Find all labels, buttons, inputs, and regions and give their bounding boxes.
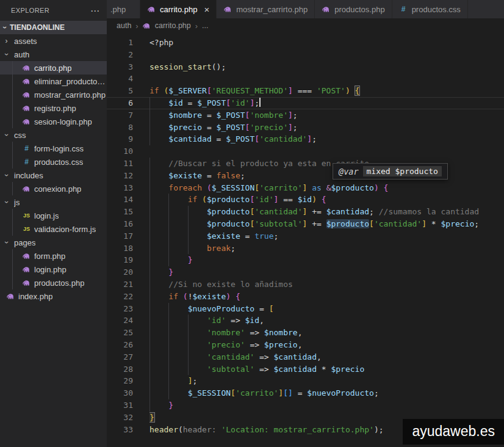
line-number: 26 <box>107 339 149 351</box>
sidebar-item-mostrar-carrirto-php[interactable]: mostrar_carrirto.php <box>0 88 107 101</box>
line-number: 32 <box>107 412 149 424</box>
file-label: index.php <box>18 292 52 301</box>
sidebar-item-productos-css[interactable]: #productos.css <box>0 155 107 169</box>
code-line-20[interactable]: 20 } <box>107 266 504 278</box>
code-line-18[interactable]: 18 break; <box>107 242 504 255</box>
sidebar-item-js[interactable]: ›js <box>0 195 107 209</box>
sidebar-item-form-login-css[interactable]: #form-login.css <box>0 142 107 155</box>
code-token: 'Location: mostrar_carrirto.php' <box>221 425 373 434</box>
code-token <box>350 86 355 95</box>
sidebar-item-validacion-form-js[interactable]: JSvalidacion-form.js <box>0 222 107 236</box>
code-line-29[interactable]: 29 ]; <box>107 375 504 387</box>
line-content <box>149 49 504 61</box>
tab-carrito-php[interactable]: carrito.php× <box>140 0 217 18</box>
sidebar-item-pages[interactable]: ›pages <box>0 236 107 249</box>
tab-productos-css[interactable]: #productos.css <box>392 0 468 18</box>
code-line-28[interactable]: 28 'subtotal' => $cantidad * $precio <box>107 363 504 376</box>
sidebar-item-index-php[interactable]: index.php <box>0 289 107 303</box>
line-number: 5 <box>107 85 149 97</box>
close-icon[interactable]: × <box>204 4 209 15</box>
more-actions-icon[interactable]: ⋯ <box>89 6 101 15</box>
code-token: { <box>322 195 326 204</box>
code-token: 'cantidad' <box>259 134 307 144</box>
sidebar-item-assets[interactable]: ›assets <box>0 34 107 48</box>
code-token <box>322 183 326 192</box>
breadcrumb-label: ... <box>202 21 208 30</box>
sidebar-item-auth[interactable]: ›auth <box>0 48 107 61</box>
code-token <box>197 195 202 204</box>
line-number: 33 <box>107 424 149 436</box>
code-line-27[interactable]: 27 'cantidad' => $cantidad, <box>107 351 504 363</box>
tab-mostrar-carrirto-php[interactable]: mostrar_carrirto.php <box>217 0 315 18</box>
file-label: productos.php <box>34 278 84 288</box>
text-cursor <box>259 98 261 107</box>
code-line-15[interactable]: 15 $producto['cantidad'] += $cantidad; /… <box>107 206 504 218</box>
code-line-31[interactable]: 31 } <box>107 399 504 412</box>
code-token: ; <box>254 98 259 107</box>
code-line-26[interactable]: 26 'precio' => $precio, <box>107 339 504 351</box>
indent-guide <box>149 303 150 315</box>
indent-guide <box>188 218 189 230</box>
code-line-23[interactable]: 23 $nuevoProducto = [ <box>107 303 504 315</box>
sidebar-item-conexion-php[interactable]: conexion.php <box>0 182 107 195</box>
code-token: ; <box>312 134 317 144</box>
line-number: 30 <box>107 387 149 399</box>
indent-guide <box>149 97 150 109</box>
indent-guide <box>149 194 150 206</box>
code-token: 'POST' <box>317 86 345 95</box>
code-line-10[interactable]: 10 <box>107 145 504 158</box>
code-token: ] <box>422 219 427 228</box>
sidebar-item-css[interactable]: ›css <box>0 128 107 142</box>
code-line-7[interactable]: 7 $nombre = $_POST['nombre']; <box>107 109 504 122</box>
tab-php[interactable]: .php <box>107 0 140 18</box>
sidebar-item-productos-php[interactable]: productos.php <box>0 276 107 289</box>
code-line-22[interactable]: 22 if (!$existe) { <box>107 291 504 303</box>
code-line-30[interactable]: 30 $_SESSION['carrito'][] = $nuevoProduc… <box>107 387 504 399</box>
code-line-16[interactable]: 16 $producto['subtotal'] += $producto['c… <box>107 218 504 230</box>
code-line-3[interactable]: 3session_start(); <box>107 61 504 73</box>
code-line-17[interactable]: 17 $existe = true; <box>107 230 504 242</box>
breadcrumb-item-carrito-php[interactable]: carrito.php <box>143 21 191 31</box>
code-line-5[interactable]: 5if ($_SERVER['REQUEST_METHOD'] === 'POS… <box>107 85 504 97</box>
sidebar-item-eliminar-producto-p[interactable]: eliminar_producto.p... <box>0 74 107 88</box>
code-line-13[interactable]: 13 foreach ($_SESSION['carrito'] as &$pr… <box>107 182 504 194</box>
indent-guide <box>149 278 150 291</box>
code-line-21[interactable]: 21 //Si no existe lo añadimos <box>107 278 504 291</box>
explorer-header: EXPLORER ⋯ <box>0 0 107 21</box>
code-token: = <box>254 304 268 313</box>
code-line-19[interactable]: 19 } <box>107 254 504 266</box>
indent-guide <box>149 133 150 145</box>
code-token: => <box>259 352 269 362</box>
indent-guide <box>149 314 150 327</box>
tab-productos-php[interactable]: productos.php <box>315 0 392 18</box>
sidebar-item-includes[interactable]: ›includes <box>0 169 107 182</box>
code-line-1[interactable]: 1<?php <box>107 37 504 49</box>
code-line-25[interactable]: 25 'nombre' => $nombre, <box>107 327 504 339</box>
sidebar-item-carrito-php[interactable]: carrito.php <box>0 61 107 74</box>
code-token: ( <box>178 425 183 434</box>
code-line-8[interactable]: 8 $precio = $_POST['precio']; <box>107 122 504 134</box>
code-token: ; <box>374 388 379 398</box>
indent-guide <box>168 230 169 242</box>
line-content: //Si no existe lo añadimos <box>149 278 504 291</box>
sidebar-item-tiendaonline[interactable]: › TIENDAONLINE <box>0 21 107 34</box>
code-line-9[interactable]: 9 $cantidad = $_POST['cantidad']; <box>107 133 504 145</box>
file-label: validacion-form.js <box>34 225 96 234</box>
tab-label: .php <box>110 5 126 14</box>
sidebar-item-login-js[interactable]: JSlogin.js <box>0 209 107 222</box>
breadcrumb-item-[interactable]: ... <box>202 21 208 30</box>
code-editor[interactable]: 1<?php23session_start();45if ($_SERVER['… <box>107 33 504 435</box>
sidebar-item-sesion-login-php[interactable]: sesion-login.php <box>0 115 107 128</box>
code-line-4[interactable]: 4 <box>107 73 504 85</box>
code-line-14[interactable]: 14 if ($producto['id'] == $id) { <box>107 194 504 206</box>
sidebar-item-form-php[interactable]: form.php <box>0 249 107 263</box>
code-line-24[interactable]: 24 'id' => $id, <box>107 314 504 327</box>
indent-guide <box>149 399 150 412</box>
code-line-2[interactable]: 2 <box>107 49 504 61</box>
code-token: ] <box>288 86 293 95</box>
sidebar-item-login-php[interactable]: login.php <box>0 263 107 276</box>
code-token: foreach <box>168 183 202 192</box>
code-line-6[interactable]: 6 $id = $_POST['id']; <box>107 97 504 109</box>
breadcrumb-item-auth[interactable]: auth <box>117 21 131 30</box>
sidebar-item-registro-php[interactable]: registro.php <box>0 101 107 115</box>
